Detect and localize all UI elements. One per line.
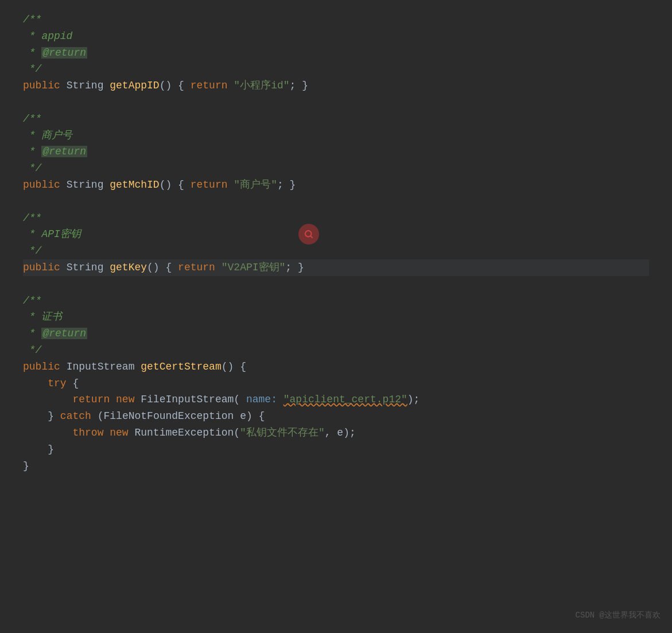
highlighted-code-line: public String getKey() { return "V2API密钥… — [23, 259, 649, 276]
comment-tag-line: * @return — [23, 325, 649, 342]
svg-line-1 — [310, 236, 312, 238]
empty-line — [23, 94, 649, 111]
svg-point-0 — [305, 231, 312, 237]
search-icon[interactable] — [298, 224, 319, 244]
code-editor: /** * appid * @return */ public String g… — [0, 0, 672, 486]
code-line: public String getAppID() { return "小程序id… — [23, 77, 649, 94]
comment-line: */ — [23, 61, 649, 77]
return-tag: @return — [41, 47, 87, 59]
comment-tag-line: * @return — [23, 143, 649, 160]
comment-line: * API密钥 — [23, 226, 649, 243]
comment-tag-line: * @return — [23, 45, 649, 61]
comment-line: * 商户号 — [23, 127, 649, 144]
empty-line — [23, 193, 649, 210]
code-line: } catch (FileNotFoundException e) { — [23, 408, 649, 425]
return-tag: @return — [41, 328, 87, 339]
code-line: try { — [23, 375, 649, 392]
empty-line — [23, 276, 649, 293]
comment-line: * appid — [23, 28, 649, 45]
comment-line: */ — [23, 342, 649, 359]
code-line: public InputStream getCertStream() { — [23, 359, 649, 375]
comment-line: /** — [23, 11, 649, 28]
throw-line: throw new RuntimeException("私钥文件不存在", e)… — [23, 425, 649, 441]
comment-line: * 证书 — [23, 309, 649, 325]
watermark: CSDN @这世界我不喜欢 — [576, 609, 661, 622]
comment-line: */ — [23, 160, 649, 177]
comment-line: /** — [23, 293, 649, 309]
return-tag: @return — [41, 146, 87, 157]
comment-line: /** — [23, 111, 649, 127]
code-line: public String getMchID() { return "商户号";… — [23, 177, 649, 193]
code-line: } — [23, 441, 649, 458]
code-line: return new FileInputStream( name: "apicl… — [23, 391, 649, 408]
code-line: } — [23, 458, 649, 475]
comment-line: /** — [23, 210, 649, 227]
comment-line: */ — [23, 243, 649, 259]
